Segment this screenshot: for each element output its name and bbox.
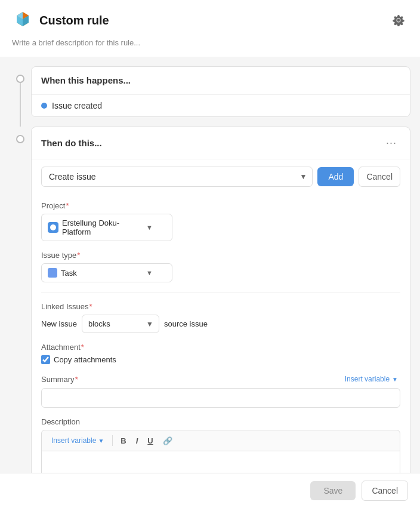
project-select[interactable]: Erstellung Doku-Platform ▼ <box>41 214 172 241</box>
task-icon <box>48 268 57 278</box>
when-card: When this happens... Issue created <box>31 66 410 127</box>
issue-type-arrow-icon: ▼ <box>146 269 153 276</box>
then-section-title: Then do this... <box>41 138 102 148</box>
more-options-button[interactable]: ··· <box>382 136 400 150</box>
project-field-group: Project* Erstellung Doku-Platform ▼ <box>41 201 400 241</box>
settings-button[interactable] <box>389 11 408 30</box>
action-select-wrap: Create issue Send notification Set prior… <box>41 167 313 187</box>
underline-button[interactable]: U <box>143 435 157 447</box>
when-section-card: When this happens... Issue created <box>31 66 410 117</box>
project-value: Erstellung Doku-Platform <box>62 218 146 236</box>
linked-relation-wrap: blocks is blocked by relates to duplicat… <box>82 315 159 333</box>
bottom-bar: Save Cancel <box>0 473 420 508</box>
add-button[interactable]: Add <box>317 167 354 186</box>
summary-input[interactable] <box>41 388 400 408</box>
bold-icon: B <box>121 436 126 445</box>
form-scroll[interactable]: Project* Erstellung Doku-Platform ▼ Issu… <box>32 201 410 488</box>
issue-type-value: Task <box>61 269 146 278</box>
timeline-dot-then <box>16 135 24 143</box>
header-left: Custom rule <box>12 10 109 31</box>
then-section-card: Then do this... ··· Create issue Send no… <box>31 127 410 488</box>
divider <box>41 292 400 293</box>
then-section-header: Then do this... ··· <box>32 127 410 159</box>
project-select-arrow-icon: ▼ <box>146 224 153 231</box>
link-button[interactable]: 🔗 <box>159 435 177 447</box>
project-icon <box>48 222 58 233</box>
when-section-header: When this happens... <box>32 67 410 94</box>
italic-button[interactable]: I <box>132 435 143 447</box>
timeline-line <box>20 83 21 127</box>
app-logo <box>12 10 33 31</box>
linked-issues-required: * <box>89 302 92 311</box>
when-section-title: When this happens... <box>41 75 131 85</box>
timeline-left-when <box>10 66 31 127</box>
save-button[interactable]: Save <box>310 481 356 500</box>
linked-issues-field-group: Linked Issues* New issue blocks is block… <box>41 302 400 333</box>
copy-attachments-label[interactable]: Copy attachments <box>54 355 116 364</box>
italic-icon: I <box>136 436 138 445</box>
timeline-left-then <box>10 127 31 488</box>
issue-type-select[interactable]: Task ▼ <box>41 263 172 282</box>
summary-header: Summary* Insert variable ▼ <box>41 374 400 384</box>
linked-relation-select[interactable]: blocks is blocked by relates to duplicat… <box>82 315 159 333</box>
trigger-label: Issue created <box>52 101 102 110</box>
summary-field-group: Summary* Insert variable ▼ <box>41 374 400 408</box>
then-section: Then do this... ··· Create issue Send no… <box>10 127 410 488</box>
underline-icon: U <box>147 436 153 445</box>
linked-issues-label: Linked Issues* <box>41 302 400 311</box>
cancel-bottom-button[interactable]: Cancel <box>362 481 408 501</box>
description-toolbar: Insert variable ▼ B I U <box>41 430 400 451</box>
insert-variable-chevron-icon: ▼ <box>392 376 398 383</box>
page-title: Custom rule <box>39 14 109 27</box>
bold-button[interactable]: B <box>116 435 130 447</box>
insert-var-desc-chevron-icon: ▼ <box>98 438 104 444</box>
copy-attachments-row: Copy attachments <box>41 355 400 364</box>
project-required: * <box>66 201 69 210</box>
cancel-action-button[interactable]: Cancel <box>359 167 400 187</box>
insert-var-desc-label: Insert variable <box>51 436 96 445</box>
gear-icon <box>393 14 404 26</box>
then-card: Then do this... ··· Create issue Send no… <box>31 127 410 488</box>
header: Custom rule <box>0 0 420 36</box>
issue-type-field-group: Issue type* Task ▼ <box>41 251 400 282</box>
insert-variable-button[interactable]: Insert variable ▼ <box>342 374 400 384</box>
insert-variable-desc-button[interactable]: Insert variable ▼ <box>47 434 109 447</box>
attachment-required: * <box>81 343 84 352</box>
attachment-label: Attachment* <box>41 343 400 352</box>
trigger-item: Issue created <box>32 94 410 116</box>
action-row: Create issue Send notification Set prior… <box>41 167 400 187</box>
copy-attachments-checkbox[interactable] <box>41 355 50 364</box>
when-section: When this happens... Issue created <box>10 66 410 127</box>
rule-description: Write a brief description for this rule.… <box>0 36 420 57</box>
issue-type-label: Issue type* <box>41 251 400 260</box>
trigger-dot-icon <box>41 103 47 109</box>
summary-required: * <box>75 375 78 384</box>
main-content: When this happens... Issue created Then … <box>0 57 420 508</box>
timeline-dot-when <box>16 75 24 83</box>
description-label: Description <box>41 417 400 426</box>
linked-issues-row: New issue blocks is blocked by relates t… <box>41 315 400 333</box>
action-select[interactable]: Create issue Send notification Set prior… <box>41 167 313 187</box>
summary-label: Summary* <box>41 375 78 384</box>
project-label: Project* <box>41 201 400 210</box>
toolbar-divider <box>112 435 113 446</box>
link-icon: 🔗 <box>163 436 172 445</box>
action-form: Create issue Send notification Set prior… <box>32 159 410 201</box>
insert-variable-label: Insert variable <box>345 375 390 383</box>
issue-type-required: * <box>77 251 80 260</box>
source-issue-label: source issue <box>164 319 208 328</box>
attachment-field-group: Attachment* Copy attachments <box>41 343 400 364</box>
new-issue-label: New issue <box>41 319 77 328</box>
